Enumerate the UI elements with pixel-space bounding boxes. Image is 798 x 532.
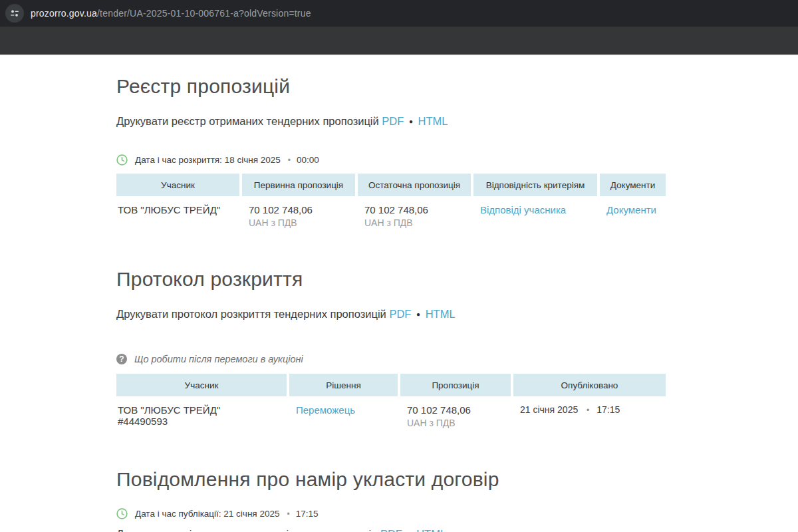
bullet-separator: ●	[416, 311, 420, 318]
intent-date-label: Дата і час публікації: 21 січня 2025	[135, 509, 279, 519]
page-dark-header	[0, 27, 798, 55]
auction-win-hint-link[interactable]: ? Що робити після перемоги в аукціоні	[116, 354, 666, 364]
protocol-print-label: Друкувати протокол розкриття тендерних п…	[116, 308, 386, 320]
intent-pdf-link[interactable]: PDF	[380, 528, 402, 532]
url-domain: prozorro.gov.ua	[31, 8, 97, 19]
initial-vat: UAH з ПДВ	[249, 217, 351, 228]
register-pdf-link[interactable]: PDF	[382, 115, 404, 127]
protocol-print-line: Друкувати протокол розкриття тендерних п…	[116, 308, 666, 321]
documents-cell: Документи	[600, 198, 666, 235]
final-proposal-cell: 70 102 748,06 UAH з ПДВ	[358, 198, 471, 235]
main-content: Реєстр пропозицій Друкувати реєстр отрим…	[116, 75, 666, 532]
participant-name: ТОВ "ЛЮБУС ТРЕЙД"	[116, 198, 239, 235]
final-amount: 70 102 748,06	[364, 204, 467, 215]
register-html-link[interactable]: HTML	[418, 115, 448, 127]
url-path: /tender/UA-2025-01-10-006761-a?oldVersio…	[97, 8, 311, 19]
decision-cell: Переможець	[289, 398, 398, 438]
dot-separator: •	[288, 156, 291, 165]
col-participant: Учасник	[116, 374, 287, 396]
col-criteria: Відповідність критеріям	[473, 174, 597, 196]
col-participant: Учасник	[116, 174, 239, 196]
col-initial-proposal: Первинна пропозиція	[242, 174, 355, 196]
register-table-row: ТОВ "ЛЮБУС ТРЕЙД" 70 102 748,06 UAH з ПД…	[116, 198, 666, 235]
url-text[interactable]: prozorro.gov.ua/tender/UA-2025-01-10-006…	[31, 8, 311, 19]
browser-address-bar[interactable]: prozorro.gov.ua/tender/UA-2025-01-10-006…	[0, 0, 798, 27]
initial-amount: 70 102 748,06	[249, 204, 351, 215]
participant-name: ТОВ "ЛЮБУС ТРЕЙД"	[118, 404, 283, 416]
col-published: Опубліковано	[513, 374, 666, 396]
register-date-label: Дата і час розкриття: 18 січня 2025	[135, 155, 281, 165]
published-date: 21 січня 2025	[520, 404, 578, 415]
participant-id: #44490593	[118, 416, 283, 427]
proposal-vat: UAH з ПДВ	[407, 418, 507, 428]
criteria-cell: Відповіді учасника	[473, 198, 597, 235]
documents-link[interactable]: Документи	[606, 204, 656, 215]
final-vat: UAH з ПДВ	[364, 217, 467, 228]
col-proposal: Пропозиція	[400, 374, 511, 396]
hint-text: Що робити після перемоги в аукціоні	[134, 354, 303, 364]
register-table-header: Учасник Первинна пропозиція Остаточна пр…	[116, 174, 666, 196]
register-time: 00:00	[297, 155, 319, 165]
col-final-proposal: Остаточна пропозиція	[358, 174, 471, 196]
intent-print-line: Друкувати повідомлення про намір укласти…	[116, 528, 666, 532]
tune-icon	[10, 9, 19, 18]
dot-separator: •	[287, 509, 289, 519]
protocol-html-link[interactable]: HTML	[426, 308, 456, 320]
register-print-line: Друкувати реєстр отриманих тендерних про…	[116, 115, 666, 128]
intent-html-link[interactable]: HTML	[416, 528, 446, 532]
site-settings-button[interactable]	[5, 4, 24, 23]
initial-proposal-cell: 70 102 748,06 UAH з ПДВ	[242, 198, 355, 235]
question-icon: ?	[116, 354, 127, 364]
dot-separator: •	[587, 406, 589, 415]
proposal-amount: 70 102 748,06	[407, 404, 507, 416]
clock-icon	[116, 154, 128, 166]
intent-print-label: Друкувати повідомлення про намір укласти…	[116, 528, 377, 532]
participant-answers-link[interactable]: Відповіді учасника	[480, 204, 566, 215]
bullet-separator: ●	[409, 118, 413, 125]
intent-date-row: Дата і час публікації: 21 січня 2025 • 1…	[116, 508, 666, 519]
proposal-cell: 70 102 748,06 UAH з ПДВ	[400, 398, 511, 438]
register-print-label: Друкувати реєстр отриманих тендерних про…	[116, 115, 379, 127]
clock-icon	[116, 508, 128, 519]
register-title: Реєстр пропозицій	[116, 75, 666, 98]
col-documents: Документи	[600, 174, 666, 196]
participant-cell: ТОВ "ЛЮБУС ТРЕЙД" #44490593	[116, 398, 287, 438]
protocol-table-row: ТОВ "ЛЮБУС ТРЕЙД" #44490593 Переможець 7…	[116, 398, 666, 438]
col-decision: Рішення	[289, 374, 398, 396]
published-cell: 21 січня 2025 • 17:15	[513, 398, 666, 438]
intent-time: 17:15	[296, 509, 319, 519]
register-date-row: Дата і час розкриття: 18 січня 2025 • 00…	[116, 154, 666, 166]
protocol-title: Протокол розкриття	[116, 268, 666, 291]
intent-title: Повідомлення про намір укласти договір	[116, 468, 666, 491]
protocol-pdf-link[interactable]: PDF	[389, 308, 411, 320]
published-time: 17:15	[597, 404, 620, 415]
protocol-table-header: Учасник Рішення Пропозиція Опубліковано	[116, 374, 666, 396]
winner-link[interactable]: Переможець	[296, 404, 355, 416]
